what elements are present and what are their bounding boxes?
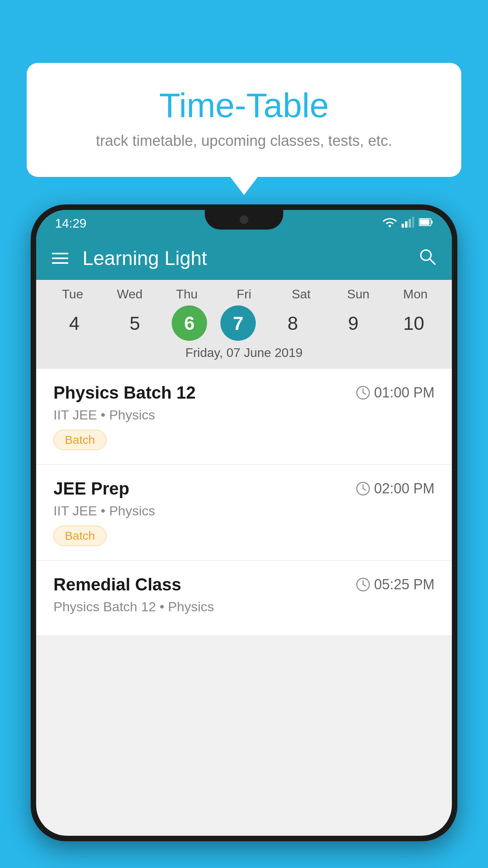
battery-icon [419, 217, 433, 230]
search-button[interactable] [418, 247, 436, 270]
day-6-today[interactable]: 6 [172, 305, 207, 341]
svg-rect-1 [402, 224, 404, 228]
svg-point-0 [389, 225, 391, 227]
day-9[interactable]: 9 [330, 305, 377, 341]
phone-screen: 14:29 [36, 210, 452, 836]
search-icon [418, 247, 436, 265]
schedule-item-3-title: Remedial Class [53, 575, 181, 594]
svg-rect-6 [420, 219, 429, 225]
schedule-item-1-time: 01:00 PM [356, 384, 435, 401]
day-5[interactable]: 5 [111, 305, 158, 341]
status-icons [383, 217, 433, 230]
wifi-icon [383, 217, 397, 230]
schedule-item-3[interactable]: Remedial Class 05:25 PM Physics Batch 12… [36, 561, 452, 636]
day-10[interactable]: 10 [390, 305, 437, 341]
app-bar: Learning Light [36, 237, 452, 280]
schedule-item-2[interactable]: JEE Prep 02:00 PM IIT JEE • Physics Batc… [36, 465, 452, 561]
calendar-strip: Tue Wed Thu Fri Sat Sun Mon 4 5 6 7 8 9 … [36, 280, 452, 369]
schedule-item-3-time: 05:25 PM [356, 576, 435, 593]
day-header-fri: Fri [220, 287, 268, 302]
hamburger-line-1 [52, 253, 68, 254]
camera-dot [240, 215, 248, 224]
schedule-item-2-title: JEE Prep [53, 479, 129, 498]
day-header-tue: Tue [49, 287, 96, 302]
schedule-item-2-header: JEE Prep 02:00 PM [53, 479, 435, 498]
selected-date-label: Friday, 07 June 2019 [44, 346, 444, 366]
svg-line-15 [363, 489, 366, 490]
svg-rect-7 [431, 221, 433, 224]
day-header-thu: Thu [163, 287, 211, 302]
schedule-item-1-subtitle: IIT JEE • Physics [53, 407, 435, 423]
svg-line-9 [430, 259, 435, 264]
clock-icon-3 [356, 577, 370, 592]
status-time: 14:29 [55, 216, 86, 231]
day-headers: Tue Wed Thu Fri Sat Sun Mon [44, 287, 444, 302]
svg-rect-4 [412, 217, 414, 228]
svg-line-18 [363, 585, 366, 586]
tooltip-subtitle: track timetable, upcoming classes, tests… [42, 132, 446, 149]
schedule-list: Physics Batch 12 01:00 PM IIT JEE • Phys… [36, 369, 452, 636]
schedule-item-2-subtitle: IIT JEE • Physics [53, 503, 435, 519]
day-numbers: 4 5 6 7 8 9 10 [44, 305, 444, 341]
tooltip-card: Time-Table track timetable, upcoming cla… [27, 63, 461, 177]
schedule-item-2-time: 02:00 PM [356, 480, 435, 497]
day-header-sat: Sat [277, 287, 325, 302]
phone-mockup: 14:29 [31, 204, 457, 868]
hamburger-line-2 [52, 257, 68, 259]
phone-frame: 14:29 [31, 204, 457, 841]
day-7-selected[interactable]: 7 [220, 305, 256, 341]
day-header-mon: Mon [392, 287, 439, 302]
schedule-item-1[interactable]: Physics Batch 12 01:00 PM IIT JEE • Phys… [36, 369, 452, 465]
app-title: Learning Light [83, 247, 418, 270]
hamburger-menu[interactable] [52, 253, 68, 264]
svg-line-12 [363, 393, 366, 394]
svg-rect-2 [405, 221, 407, 228]
tooltip-title: Time-Table [42, 86, 446, 125]
day-header-sun: Sun [335, 287, 382, 302]
day-header-wed: Wed [106, 287, 153, 302]
svg-rect-3 [409, 219, 411, 228]
day-4[interactable]: 4 [51, 305, 98, 341]
schedule-item-2-badge: Batch [53, 526, 106, 546]
phone-notch [205, 210, 283, 230]
hamburger-line-3 [52, 262, 68, 264]
signal-icon [402, 217, 414, 230]
clock-icon [356, 386, 370, 400]
schedule-item-1-title: Physics Batch 12 [53, 383, 196, 403]
schedule-item-3-subtitle: Physics Batch 12 • Physics [53, 599, 435, 614]
schedule-item-1-badge: Batch [53, 430, 106, 450]
day-8[interactable]: 8 [269, 305, 316, 341]
clock-icon-2 [356, 482, 370, 496]
schedule-item-3-header: Remedial Class 05:25 PM [53, 575, 435, 594]
schedule-item-1-header: Physics Batch 12 01:00 PM [53, 383, 435, 403]
